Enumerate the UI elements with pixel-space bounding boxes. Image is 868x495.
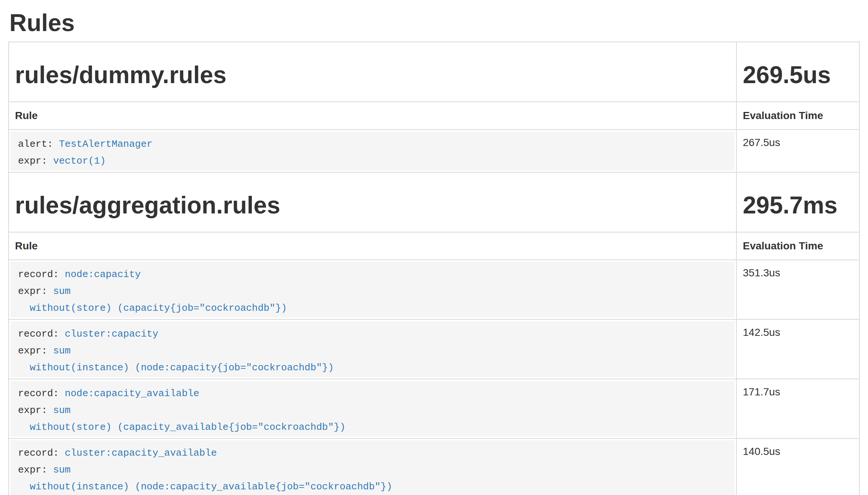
group-file-heading: rules/aggregation.rules	[15, 192, 730, 218]
rule-cell: record: cluster:capacity_available expr:…	[9, 438, 736, 495]
rule-cell: record: cluster:capacity expr: sum witho…	[9, 319, 736, 379]
rules-table: rules/dummy.rules 269.5us Rule Evaluatio…	[8, 42, 860, 495]
rule-code: alert: TestAlertManager expr: vector(1)	[10, 131, 735, 170]
rule-keyword: expr:	[18, 405, 53, 416]
page-title: Rules	[9, 10, 860, 36]
rule-keyword: expr:	[18, 286, 53, 297]
columns-header-row: Rule Evaluation Time	[9, 232, 859, 260]
evaluation-time-column-header: Evaluation Time	[743, 110, 823, 121]
group-header-row: rules/dummy.rules 269.5us	[9, 42, 859, 102]
rule-link[interactable]: vector(1)	[53, 155, 106, 167]
rule-link[interactable]: sum without(store) (capacity{job="cockro…	[18, 286, 287, 314]
rule-cell: alert: TestAlertManager expr: vector(1)	[9, 130, 736, 172]
rule-code: record: node:capacity expr: sum without(…	[10, 262, 735, 318]
group-time-cell: 269.5us	[736, 42, 859, 102]
rule-code: record: cluster:capacity_available expr:…	[10, 440, 735, 495]
rule-keyword: record:	[18, 447, 65, 459]
rule-row: alert: TestAlertManager expr: vector(1) …	[9, 130, 859, 172]
rule-link[interactable]: TestAlertManager	[59, 139, 153, 150]
evaluation-time-column-header-cell: Evaluation Time	[736, 102, 859, 130]
rule-code: record: cluster:capacity expr: sum witho…	[10, 321, 735, 377]
rule-column-header-cell: Rule	[9, 102, 736, 130]
group-name-cell: rules/aggregation.rules	[9, 172, 736, 232]
rule-keyword: expr:	[18, 345, 53, 356]
rule-link[interactable]: sum without(instance) (node:capacity_ava…	[18, 464, 392, 492]
rule-eval-time: 140.5us	[736, 438, 859, 495]
group-file-heading: rules/dummy.rules	[15, 62, 730, 88]
rule-column-header: Rule	[15, 240, 38, 252]
rule-row: record: node:capacity_available expr: su…	[9, 379, 859, 438]
rule-keyword: alert:	[18, 139, 59, 150]
rule-keyword: record:	[18, 269, 65, 280]
rules-page: Rules rules/dummy.rules 269.5us Rule Eva…	[0, 10, 868, 495]
rule-link[interactable]: sum without(instance) (node:capacity{job…	[18, 345, 334, 373]
group-name-cell: rules/dummy.rules	[9, 42, 736, 102]
rule-column-header-cell: Rule	[9, 232, 736, 260]
evaluation-time-column-header: Evaluation Time	[743, 240, 823, 252]
rule-keyword: expr:	[18, 155, 53, 167]
rule-keyword: record:	[18, 328, 65, 340]
rule-eval-time: 142.5us	[736, 319, 859, 379]
rule-row: record: node:capacity expr: sum without(…	[9, 260, 859, 319]
columns-header-row: Rule Evaluation Time	[9, 102, 859, 130]
group-eval-time-heading: 269.5us	[743, 62, 853, 88]
rule-column-header: Rule	[15, 110, 38, 121]
rule-link[interactable]: cluster:capacity	[65, 328, 159, 340]
rule-row: record: cluster:capacity_available expr:…	[9, 438, 859, 495]
rule-row: record: cluster:capacity expr: sum witho…	[9, 319, 859, 379]
rule-link[interactable]: sum without(store) (capacity_available{j…	[18, 405, 346, 433]
group-header-row: rules/aggregation.rules 295.7ms	[9, 172, 859, 232]
rule-cell: record: node:capacity expr: sum without(…	[9, 260, 736, 319]
rule-keyword: record:	[18, 388, 65, 399]
rule-eval-time: 267.5us	[736, 130, 859, 172]
rule-eval-time: 351.3us	[736, 260, 859, 319]
rule-eval-time: 171.7us	[736, 379, 859, 438]
group-time-cell: 295.7ms	[736, 172, 859, 232]
rule-link[interactable]: node:capacity	[65, 269, 141, 280]
rule-keyword: expr:	[18, 464, 53, 476]
rule-link[interactable]: cluster:capacity_available	[65, 447, 217, 459]
rule-cell: record: node:capacity_available expr: su…	[9, 379, 736, 438]
group-eval-time-heading: 295.7ms	[743, 192, 853, 218]
rule-link[interactable]: node:capacity_available	[65, 388, 199, 399]
evaluation-time-column-header-cell: Evaluation Time	[736, 232, 859, 260]
rule-code: record: node:capacity_available expr: su…	[10, 381, 735, 437]
